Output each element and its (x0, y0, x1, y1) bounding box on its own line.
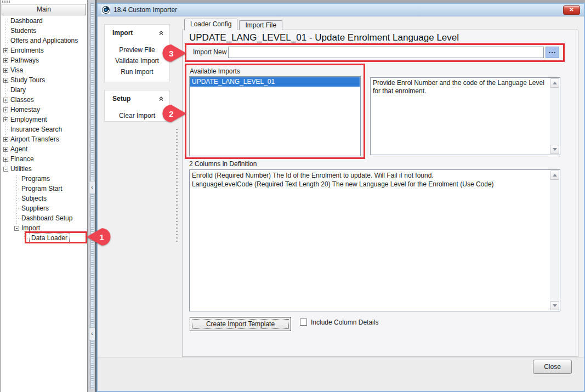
nav-items-import: Preview FileValidate ImportRun Import (105, 39, 169, 77)
sidebar-item-airport-transfers[interactable]: +Airport Transfers (1, 134, 87, 144)
tree-item-label: Diary (10, 85, 26, 95)
nav-item-clear-import[interactable]: Clear Import (105, 110, 169, 121)
tree-item-label: Utilities (10, 164, 32, 174)
include-column-details-checkbox[interactable] (300, 319, 307, 326)
sidebar-item-employment[interactable]: +Employment (1, 115, 87, 124)
import-new-label: Import New (193, 48, 226, 56)
plus-expander-icon[interactable]: + (3, 157, 8, 162)
columns-in-definition-label: 2 Columns in Definition (189, 160, 257, 168)
import-description-text: Provide Enrol Number and the code of the… (373, 79, 548, 95)
sidebar-header-main[interactable]: Main (2, 4, 86, 15)
tree-item-label: Data Loader (29, 234, 70, 243)
sidebar-item-classes[interactable]: +Classes (1, 95, 87, 105)
sidebar-item-insurance-search[interactable]: Insurance Search (1, 124, 87, 134)
sidebar-item-offers-and-applications[interactable]: Offers and Applications (1, 36, 87, 46)
sidebar-item-enrolments[interactable]: +Enrolments (1, 46, 87, 55)
create-import-template-button[interactable]: Create Import Template (190, 317, 291, 331)
plus-expander-icon[interactable]: + (3, 58, 8, 63)
nav-group-setup-header[interactable]: Setup (105, 90, 169, 105)
plus-expander-icon[interactable]: + (3, 68, 8, 73)
nav-group-title: Import (112, 29, 133, 37)
sidebar-item-diary[interactable]: Diary (1, 85, 87, 95)
scroll-up-icon[interactable] (550, 78, 559, 88)
tree-item-label: Suppliers (21, 203, 49, 213)
plus-expander-icon[interactable]: + (3, 117, 8, 122)
available-imports-label: Available Imports (190, 67, 240, 75)
scroll-down-icon[interactable] (550, 301, 559, 310)
minus-expander-icon[interactable]: - (3, 167, 8, 172)
sidebar-item-pathways[interactable]: +Pathways (1, 55, 87, 65)
scroll-down-icon[interactable] (550, 145, 559, 154)
import-list-item-update-lang-level-01[interactable]: UPDATE_LANG_LEVEL_01 (190, 77, 360, 87)
collapse-left-icon[interactable]: ‹ (89, 327, 95, 340)
scrollbar[interactable] (550, 78, 559, 154)
tree-item-label: Pathways (10, 55, 39, 65)
sidebar-item-import[interactable]: -Import (1, 223, 87, 233)
tree-item-label: Import (21, 223, 40, 233)
nav-item-run-import[interactable]: Run Import (105, 66, 169, 77)
sidebar-item-students[interactable]: Students (1, 26, 87, 36)
dotted-splitter[interactable] (176, 129, 178, 244)
nav-group-title: Setup (112, 95, 130, 103)
nav-group-setup: Setup Clear Import (104, 90, 170, 122)
tab-loader-config[interactable]: Loader Config (184, 19, 237, 30)
plus-expander-icon[interactable]: + (3, 147, 8, 152)
import-description-box[interactable]: Provide Enrol Number and the code of the… (370, 77, 560, 155)
columns-definition-text: EnrolId (Required Number) The Id of the … (192, 171, 548, 189)
plus-expander-icon[interactable]: + (3, 137, 8, 142)
sidebar-item-homestay[interactable]: +Homestay (1, 105, 87, 115)
app-logo-icon (101, 5, 110, 14)
tree-item-label: Dashboard (10, 16, 43, 26)
nav-item-preview-file[interactable]: Preview File (105, 44, 169, 55)
minus-expander-icon[interactable]: - (14, 226, 19, 231)
dialog-title: 18.4 Custom Importer (113, 6, 177, 14)
tree-item-label: Programs (21, 174, 50, 184)
sidebar-item-programs[interactable]: Programs (1, 174, 87, 184)
include-column-details-label: Include Column Details (311, 319, 378, 326)
nav-group-import-header[interactable]: Import (105, 25, 169, 39)
browse-button[interactable]: ... (546, 47, 559, 58)
sidebar-item-dashboard-setup[interactable]: Dashboard Setup (1, 213, 87, 223)
collapse-left-icon[interactable]: ‹ (89, 181, 95, 194)
plus-expander-icon[interactable]: + (3, 107, 8, 112)
sidebar-item-study-tours[interactable]: +Study Tours (1, 75, 87, 85)
tree-item-label: Study Tours (10, 75, 45, 85)
sidebar-item-suppliers[interactable]: Suppliers (1, 203, 87, 213)
tree-item-label: Finance (10, 154, 34, 164)
tree-item-label: Dashboard Setup (21, 213, 72, 223)
tab-strip: Loader ConfigImport File (184, 19, 284, 30)
sidebar-item-subjects[interactable]: Subjects (1, 194, 87, 203)
splitter-grip-icon (2, 1, 11, 3)
plus-expander-icon[interactable]: + (3, 48, 8, 53)
tree-item-label: Classes (10, 95, 34, 105)
page-title: UPDATE_LANG_LEVEL_01 - Update Enrolment … (189, 32, 459, 43)
close-window-icon[interactable]: ✕ (563, 5, 580, 15)
tab-import-file[interactable]: Import File (239, 20, 282, 30)
plus-expander-icon[interactable]: + (3, 98, 8, 103)
svg-text:2: 2 (169, 109, 174, 118)
sidebar: Main DashboardStudentsOffers and Applica… (0, 0, 88, 392)
dialog-titlebar: 18.4 Custom Importer ✕ (96, 3, 585, 16)
tree-item-label: Subjects (21, 194, 47, 203)
sidebar-item-dashboard[interactable]: Dashboard (1, 16, 87, 26)
tree-item-label: Visa (10, 65, 23, 75)
nav-items-setup: Clear Import (105, 105, 169, 121)
plus-expander-icon[interactable]: + (3, 78, 8, 83)
sidebar-item-agent[interactable]: +Agent (1, 144, 87, 154)
columns-definition-box[interactable]: EnrolId (Required Number) The Id of the … (189, 169, 560, 311)
close-button[interactable]: Close (533, 360, 572, 374)
chevron-collapse-icon (158, 30, 164, 36)
svg-text:3: 3 (169, 49, 174, 58)
sidebar-item-program-start[interactable]: Program Start (1, 184, 87, 194)
available-imports-list[interactable]: UPDATE_LANG_LEVEL_01 (189, 76, 361, 156)
scrollbar[interactable] (550, 171, 559, 310)
sidebar-item-data-loader[interactable]: Data Loader (1, 233, 87, 243)
sidebar-item-utilities[interactable]: -Utilities (1, 164, 87, 174)
annotation-badge-2: 2 (162, 104, 186, 123)
nav-item-validate-import[interactable]: Validate Import (105, 55, 169, 66)
scroll-up-icon[interactable] (550, 171, 559, 180)
import-new-input[interactable] (228, 47, 544, 58)
sidebar-item-finance[interactable]: +Finance (1, 154, 87, 164)
sidebar-tree: DashboardStudentsOffers and Applications… (1, 16, 87, 243)
sidebar-item-visa[interactable]: +Visa (1, 65, 87, 75)
